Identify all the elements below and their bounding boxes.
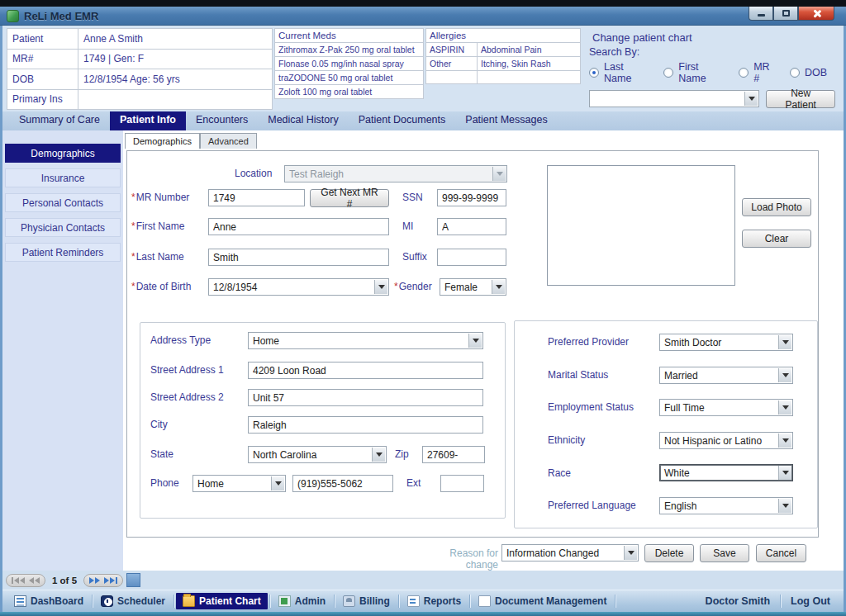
race-label: Race xyxy=(548,467,571,479)
mi-field[interactable] xyxy=(437,218,506,235)
taskbar-reports[interactable]: Reports xyxy=(401,593,468,609)
dob-combo[interactable]: 12/8/1954 xyxy=(208,278,389,296)
clear-photo-button[interactable]: Clear xyxy=(742,230,811,248)
mr-number-field[interactable] xyxy=(208,189,305,206)
last-record-button[interactable] xyxy=(104,577,117,584)
location-combo[interactable]: Test Raleigh xyxy=(284,165,507,182)
sidebar-item-personal-contacts[interactable]: Personal Contacts xyxy=(5,193,121,212)
chevron-down-icon[interactable] xyxy=(744,92,758,106)
phone-type-combo[interactable]: Home xyxy=(192,475,286,492)
state-combo[interactable]: North Carolina xyxy=(248,446,387,463)
next-record-button[interactable] xyxy=(89,577,100,584)
tab-patient-documents[interactable]: Patient Documents xyxy=(349,111,456,130)
taskbar-document-management[interactable]: Document Management xyxy=(472,593,613,609)
maximize-button[interactable] xyxy=(773,7,798,21)
radio-first-name[interactable] xyxy=(663,68,673,78)
new-patient-button[interactable]: New Patient xyxy=(766,90,835,108)
cancel-button[interactable]: Cancel xyxy=(756,544,806,562)
suffix-field[interactable] xyxy=(437,249,506,266)
app-body: PatientAnne A Smith MR#1749 | Gen: F DOB… xyxy=(0,26,846,612)
subtab-advanced[interactable]: Advanced xyxy=(200,133,257,149)
chevron-down-icon[interactable] xyxy=(778,466,791,480)
allergies-table: Allergies ASPIRINAbdominal Pain OtherItc… xyxy=(425,28,581,84)
minimize-button[interactable] xyxy=(749,7,773,21)
primary-ins-value xyxy=(78,89,273,110)
zip-field[interactable] xyxy=(422,446,485,463)
address-type-combo[interactable]: Home xyxy=(248,332,483,349)
chevron-down-icon[interactable] xyxy=(492,167,506,181)
last-name-field[interactable] xyxy=(208,249,389,266)
preferred-provider-label: Preferred Provider xyxy=(548,336,629,348)
chevron-down-icon[interactable] xyxy=(778,499,791,513)
radio-last-name[interactable] xyxy=(589,68,599,78)
change-chart-title: Change patient chart xyxy=(592,31,835,44)
close-button[interactable] xyxy=(798,7,834,21)
preferred-language-combo[interactable]: English xyxy=(659,497,793,514)
chevron-down-icon[interactable] xyxy=(624,546,637,560)
radio-dob[interactable] xyxy=(790,68,800,78)
save-button[interactable]: Save xyxy=(700,544,749,562)
subtab-demographics[interactable]: Demographics xyxy=(125,133,200,149)
tab-medical-history[interactable]: Medical History xyxy=(258,111,348,130)
phone-label: Phone xyxy=(150,477,179,489)
preferred-provider-combo[interactable]: Smith Doctor xyxy=(659,334,793,351)
taskbar-scheduler[interactable]: Scheduler xyxy=(94,593,172,609)
tab-summary-of-care[interactable]: Summary of Care xyxy=(9,111,110,130)
delete-button[interactable]: Delete xyxy=(644,544,694,562)
load-photo-button[interactable]: Load Photo xyxy=(742,198,811,216)
demographics-form: Location Test Raleigh Load Photo Clear *… xyxy=(126,150,819,538)
radio-mr-number[interactable] xyxy=(739,68,749,78)
chevron-down-icon[interactable] xyxy=(468,334,482,348)
ext-label: Ext xyxy=(406,477,421,489)
get-next-mr-button[interactable]: Get Next MR # xyxy=(310,189,389,207)
reason-for-change-label: Reason for change xyxy=(418,547,498,571)
document-icon xyxy=(478,595,491,607)
ssn-label: SSN xyxy=(402,192,423,203)
marital-status-combo[interactable]: Married xyxy=(659,367,793,384)
gender-combo[interactable]: Female xyxy=(440,278,506,296)
reason-for-change-combo[interactable]: Information Changed xyxy=(501,544,639,562)
sidebar-item-insurance[interactable]: Insurance xyxy=(5,168,121,187)
chevron-down-icon[interactable] xyxy=(778,335,791,349)
street2-field[interactable] xyxy=(248,389,483,406)
first-name-field[interactable] xyxy=(208,218,389,235)
ext-field[interactable] xyxy=(440,475,484,492)
street2-label: Street Address 2 xyxy=(150,391,224,403)
chevron-down-icon[interactable] xyxy=(778,400,791,415)
city-field[interactable] xyxy=(248,416,483,434)
sidebar-item-physician-contacts[interactable]: Physician Contacts xyxy=(5,218,121,237)
race-combo[interactable]: White xyxy=(659,464,793,481)
sidebar-item-demographics[interactable]: Demographics xyxy=(5,144,121,163)
ethnicity-combo[interactable]: Not Hispanic or Latino xyxy=(659,432,793,449)
dashboard-icon xyxy=(14,595,26,607)
taskbar-patient-chart[interactable]: Patient Chart xyxy=(176,593,268,609)
chevron-down-icon[interactable] xyxy=(492,280,505,294)
street1-field[interactable] xyxy=(248,362,483,379)
chevron-down-icon[interactable] xyxy=(778,434,791,448)
preferred-language-label: Preferred Language xyxy=(548,500,636,511)
pager-handle[interactable] xyxy=(126,573,140,587)
sidebar-item-patient-reminders[interactable]: Patient Reminders xyxy=(5,243,121,262)
reason-for-change-value: Information Changed xyxy=(506,547,599,559)
phone-number-field[interactable] xyxy=(292,475,393,492)
taskbar-dashboard[interactable]: DashBoard xyxy=(7,593,90,609)
previous-record-button[interactable] xyxy=(29,577,40,584)
log-out-button[interactable]: Log Out xyxy=(782,595,839,607)
table-row: Allergies xyxy=(426,29,581,43)
taskbar-admin[interactable]: Admin xyxy=(272,593,332,609)
chevron-down-icon[interactable] xyxy=(372,448,385,462)
chevron-down-icon[interactable] xyxy=(374,280,387,294)
employment-status-combo[interactable]: Full Time xyxy=(659,399,793,416)
first-record-button[interactable] xyxy=(12,577,25,584)
tab-patient-info[interactable]: Patient Info xyxy=(110,111,186,130)
ssn-field[interactable] xyxy=(437,189,506,206)
tab-encounters[interactable]: Encounters xyxy=(186,111,258,130)
chevron-down-icon[interactable] xyxy=(778,368,791,382)
required-marker: * xyxy=(131,192,135,203)
chevron-down-icon[interactable] xyxy=(271,476,284,490)
tab-patient-messages[interactable]: Patient Messages xyxy=(455,111,557,130)
patient-search-combo[interactable] xyxy=(589,90,759,107)
record-position: 1 of 5 xyxy=(52,576,77,585)
required-marker: * xyxy=(131,220,135,232)
taskbar-billing[interactable]: Billing xyxy=(336,593,397,609)
